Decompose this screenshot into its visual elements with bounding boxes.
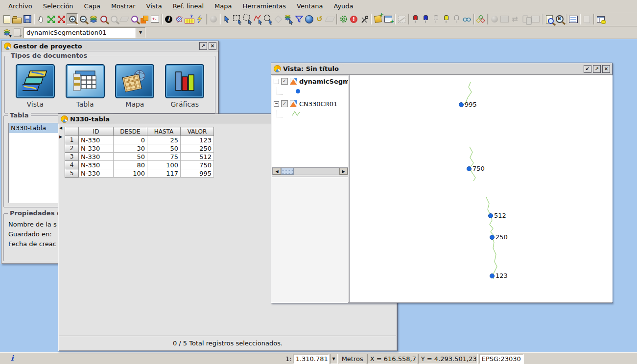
menu-ayuda[interactable]: Ayuda [328,1,358,11]
toolbox-button[interactable] [359,13,369,25]
menu-ventana[interactable]: Ventana [291,1,328,11]
select-rectangle-button[interactable] [232,13,242,25]
zoom-document-button[interactable] [544,13,554,25]
menu-mapa[interactable]: Mapa [209,1,237,11]
new-document-button[interactable] [1,13,12,25]
zoom-previous-button[interactable] [98,13,109,25]
link-view-button[interactable] [520,13,530,25]
menu-herramientas[interactable]: Herramientas [237,1,291,11]
menu-capa[interactable]: Capa [79,1,106,11]
scroll-right-button[interactable]: ▶ [339,168,348,175]
toc-horizontal-scrollbar[interactable]: ◀ ▶ [272,167,348,175]
preferences-button[interactable] [338,13,349,25]
filter-button[interactable] [294,13,304,25]
zoom-in-button[interactable] [67,13,78,25]
zoom-next-button[interactable] [109,13,119,25]
menu-vista[interactable]: Vista [141,1,167,11]
bookmark-light-button[interactable] [451,13,462,25]
view-bookmarks-button[interactable] [462,13,472,25]
collapse-icon[interactable]: − [274,79,279,84]
select-polyline-button[interactable] [253,13,263,25]
layer-node[interactable]: − ✓ dynamicSegm [272,76,348,86]
map-canvas[interactable]: 995 750 512 250 123 [349,75,613,302]
view-window-titlebar[interactable]: Vista: Sin título ↙ ↗ × [271,63,612,75]
graficas-button[interactable] [165,64,204,98]
column-header-id[interactable]: ID [79,127,114,136]
combo-dropdown-button[interactable]: ▼ [136,28,145,38]
symbology-button[interactable] [475,13,486,25]
add-event-layer-button[interactable] [383,13,393,25]
zoom-pixels-button[interactable] [150,13,160,25]
add-layer-button[interactable] [373,13,383,25]
splitter-right-icon[interactable]: ▶ [59,135,62,139]
hyperlink-button[interactable] [194,13,205,25]
zoom-full-extent-button[interactable] [56,13,67,25]
attribute-table[interactable]: ID DESDE HASTA VALOR 1 N-330 0 25 123 2 … [65,127,214,178]
scale-input[interactable]: 1.310.781 [293,354,329,364]
zoom-to-layer-button[interactable] [46,13,56,25]
copy-document-button[interactable] [582,13,592,25]
bookmark-red-button[interactable] [410,13,421,25]
table-row[interactable]: 5 N-330 100 117 995 [65,169,214,178]
minimize-button[interactable]: ↙ [584,65,591,73]
table-row[interactable]: 1 N-330 0 25 123 [65,136,214,144]
epsg-box[interactable]: EPSG:23030 [479,354,524,364]
layer-checkbox[interactable]: ✓ [281,100,288,107]
locator-globe-button[interactable] [304,13,314,25]
menu-archivo[interactable]: Archivo [3,1,38,11]
show-table-button[interactable] [568,13,578,25]
zoom-selected-button[interactable] [119,13,129,25]
pan-button[interactable] [36,13,46,25]
select-buffer-button[interactable] [273,13,283,25]
properties-dropdown-button[interactable]: ▼ [12,27,22,39]
measure-distance-button[interactable] [184,13,194,25]
table-row[interactable]: 2 N-330 30 50 250 [65,144,214,153]
open-project-button[interactable] [12,13,22,25]
close-button[interactable]: × [602,65,610,73]
join-table-button[interactable] [595,13,606,25]
zoom-layers-button[interactable] [88,13,98,25]
maximize-button[interactable]: ↗ [199,42,207,50]
splitter-left-icon[interactable]: ◀ [59,126,62,130]
collapse-icon[interactable]: − [274,101,279,107]
layer-node[interactable]: − ✓ CN330CR01 [272,99,348,109]
layer-checkbox[interactable]: ✓ [281,78,288,85]
view-locator-button[interactable] [140,13,150,25]
layers-dropdown-button[interactable]: ▼ [1,27,12,39]
select-circle-button[interactable] [263,13,273,25]
scrollbar-thumb[interactable] [281,168,294,175]
column-header-valor[interactable]: VALOR [181,127,214,136]
mapa-button[interactable] [115,64,154,98]
image-view-button[interactable] [499,13,510,25]
table-row[interactable]: 3 N-330 50 75 512 [65,153,214,161]
select-by-layer-button[interactable] [283,13,294,25]
add-hatch-button[interactable] [174,13,184,25]
scroll-left-button[interactable]: ◀ [273,168,281,175]
zoom-out-button[interactable] [78,13,88,25]
menu-mostrar[interactable]: Mostrar [106,1,141,11]
table-row[interactable]: 4 N-330 80 100 750 [65,161,214,169]
measure-area-button[interactable] [208,13,218,25]
search-b-button[interactable] [554,13,565,25]
menu-seleccion[interactable]: Selección [38,1,79,11]
bookmark-gray-button[interactable] [431,13,441,25]
error-console-button[interactable] [349,13,359,25]
zoom-manager-button[interactable] [129,13,140,25]
vista-button[interactable] [16,64,55,98]
info-button[interactable] [164,13,174,25]
refresh-link-button[interactable]: ⇄ [510,13,520,25]
segmentation-combo[interactable]: dynamicSegmentation01 ▼ [24,27,145,38]
menu-ref-lineal[interactable]: Ref. lineal [167,1,209,11]
select-polygon-button[interactable] [242,13,253,25]
column-header-desde[interactable]: DESDE [114,127,147,136]
clear-selection-button[interactable] [325,13,335,25]
layer-tree[interactable]: − ✓ dynamicSegm − ✓ CN330CR01 [272,76,348,167]
select-point-button[interactable] [222,13,232,25]
scale-dropdown-button[interactable]: ▼ [330,354,338,364]
export-image-button[interactable] [530,13,541,25]
maximize-button[interactable]: ↗ [593,65,601,73]
bookmark-yellow-button[interactable] [441,13,451,25]
tabla-button[interactable] [66,64,105,98]
bookmark-blue-button[interactable] [421,13,431,25]
save-project-button[interactable] [22,13,32,25]
